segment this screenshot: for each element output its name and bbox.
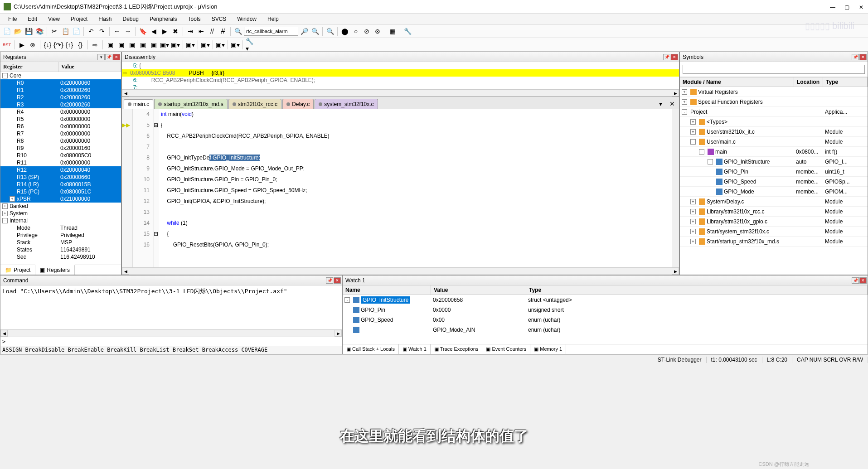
nav-back-icon[interactable]: ←: [112, 26, 122, 36]
nav-fwd-icon[interactable]: →: [123, 26, 133, 36]
menu-project[interactable]: Project: [66, 15, 92, 24]
watch-tab[interactable]: ▣ Event Counters: [482, 344, 530, 354]
register-row[interactable]: +Banked: [0, 203, 121, 210]
memory-window-icon[interactable]: ▣▾: [170, 40, 180, 50]
cut-icon[interactable]: ✂: [49, 26, 59, 36]
register-row[interactable]: ModeThread: [0, 224, 121, 232]
type-col-header[interactable]: Type: [526, 285, 868, 295]
symbol-row[interactable]: GPIO_Modemembe...GPIOM...: [680, 187, 868, 197]
show-next-icon[interactable]: ⇨: [90, 40, 100, 50]
watch-row[interactable]: GPIO_Speed0x00enum (uchar): [343, 315, 868, 325]
window-icon[interactable]: ▦: [388, 26, 398, 36]
editor-tab[interactable]: stm32f10x_rcc.c: [228, 99, 281, 109]
pin-icon[interactable]: 📌: [852, 54, 859, 60]
watch-tree[interactable]: -GPIO_InitStructure0x20000658struct <unt…: [343, 295, 868, 344]
close-icon[interactable]: ✕: [671, 54, 678, 60]
watch-row[interactable]: GPIO_Mode_AINenum (uchar): [343, 325, 868, 335]
close-icon[interactable]: ✕: [859, 277, 867, 284]
menu-view[interactable]: View: [44, 15, 64, 24]
register-row[interactable]: R10x20000260: [0, 87, 121, 94]
symbol-row[interactable]: +Library/stm32f10x_gpio.cModule: [680, 217, 868, 227]
run-to-cursor-icon[interactable]: {}: [75, 40, 85, 50]
symbol-row[interactable]: -User/main.cModule: [680, 137, 868, 147]
register-row[interactable]: R70x00000000: [0, 130, 121, 137]
menu-debug[interactable]: Debug: [118, 15, 143, 24]
bookmark-icon[interactable]: 🔖: [138, 26, 148, 36]
watch-row[interactable]: GPIO_Pin0x0000unsigned short: [343, 305, 868, 315]
close-button[interactable]: ✕: [859, 4, 864, 10]
find-files-icon[interactable]: 🔎: [299, 26, 309, 36]
registers-tab[interactable]: ▣ Registers: [35, 265, 75, 275]
disasm-hscroll[interactable]: ◀▶: [122, 89, 679, 97]
menu-help[interactable]: Help: [263, 15, 283, 24]
location-col-header[interactable]: Location: [794, 77, 823, 87]
register-row[interactable]: R30x20000260: [0, 101, 121, 108]
analysis-window-icon[interactable]: ▣▾: [200, 40, 210, 50]
symbol-row[interactable]: +Virtual Registers: [680, 87, 868, 97]
step-icon[interactable]: {↓}: [43, 40, 53, 50]
minimize-button[interactable]: —: [830, 4, 835, 10]
project-tab[interactable]: 📁 Project: [0, 265, 35, 275]
register-row[interactable]: R15 (PC)0x0800051C: [0, 188, 121, 195]
symbol-row[interactable]: +Start/startup_stm32f10x_md.sModule: [680, 237, 868, 247]
symbol-row[interactable]: +<Types>: [680, 117, 868, 127]
menu-peripherals[interactable]: Peripherals: [145, 15, 182, 24]
cmd-hscroll[interactable]: ◀▶: [0, 329, 342, 337]
symbol-row[interactable]: -GPIO_InitStructureautoGPIO_I...: [680, 157, 868, 167]
tab-close-icon[interactable]: ✕: [667, 99, 677, 109]
symbol-row[interactable]: +Special Function Registers: [680, 97, 868, 107]
register-row[interactable]: -Internal: [0, 217, 121, 224]
value-col-header[interactable]: Value: [431, 285, 526, 295]
watch-tab[interactable]: ▣ Memory 1: [530, 344, 566, 354]
reset-icon[interactable]: RST: [2, 40, 12, 50]
watch-row[interactable]: -GPIO_InitStructure0x20000658struct <unt…: [343, 295, 868, 305]
register-row[interactable]: R20x20000260: [0, 94, 121, 101]
register-col-header[interactable]: Register: [0, 62, 58, 72]
register-row[interactable]: +xPSR0x21000000: [0, 195, 121, 203]
editor-vscroll[interactable]: [672, 109, 679, 267]
close-icon[interactable]: ✕: [859, 54, 867, 60]
bookmark-clear-icon[interactable]: ✖: [170, 26, 180, 36]
symbol-row[interactable]: -main0x0800...int f(): [680, 147, 868, 157]
breakpoint-kill-icon[interactable]: ⊗: [373, 26, 383, 36]
symbols-window-icon[interactable]: ▣: [127, 40, 137, 50]
editor-tab[interactable]: main.c: [124, 99, 153, 109]
register-row[interactable]: R50x00000000: [0, 116, 121, 123]
find-combo[interactable]: rtc_callback_alarm: [244, 27, 298, 36]
symbol-row[interactable]: +Library/stm32f10x_rcc.cModule: [680, 207, 868, 217]
copy-icon[interactable]: 📋: [60, 26, 70, 36]
register-row[interactable]: R120x20000040: [0, 166, 121, 174]
register-row[interactable]: R110x00000000: [0, 159, 121, 166]
register-row[interactable]: Sec116.42498910: [0, 253, 121, 261]
watch-tab[interactable]: ▣ Watch 1: [399, 344, 431, 354]
incremental-find-icon[interactable]: 🔍: [310, 26, 320, 36]
close-icon[interactable]: ✕: [334, 277, 341, 284]
pin-icon[interactable]: 📌: [326, 277, 333, 284]
pin-icon[interactable]: 📌: [852, 277, 859, 284]
symbol-row[interactable]: +System/Delay.cModule: [680, 197, 868, 207]
register-row[interactable]: +System: [0, 210, 121, 217]
symbol-row[interactable]: +Start/system_stm32f10x.cModule: [680, 227, 868, 237]
register-row[interactable]: States1164249891: [0, 246, 121, 253]
command-output[interactable]: Load "C:\\Users\\Admin\\Desktop\\STM32Pr…: [0, 285, 342, 329]
comment-icon[interactable]: //: [207, 26, 217, 36]
system-viewer-icon[interactable]: ▣▾: [230, 40, 240, 50]
symbols-tree[interactable]: +Virtual Registers+Special Function Regi…: [680, 87, 868, 275]
type-col-header[interactable]: Type: [823, 77, 868, 87]
run-icon[interactable]: ▶: [17, 40, 27, 50]
toolbox-icon[interactable]: 🔧▾: [245, 40, 255, 50]
code-editor[interactable]: ▶▶ 45678910111213141516 ⊟⊟ int main(void…: [122, 109, 679, 267]
tab-dropdown-icon[interactable]: ▾: [655, 99, 665, 109]
save-icon[interactable]: 💾: [24, 26, 34, 36]
debug-icon[interactable]: 🔍: [325, 26, 335, 36]
outdent-icon[interactable]: ⇤: [196, 26, 206, 36]
disassembly-window-icon[interactable]: ▣: [116, 40, 126, 50]
editor-tab[interactable]: Delay.c: [282, 99, 314, 109]
register-row[interactable]: R00x20000060: [0, 79, 121, 87]
name-col-header[interactable]: Name: [343, 285, 431, 295]
breakpoint-enable-icon[interactable]: ○: [351, 26, 361, 36]
register-row[interactable]: R80x00000000: [0, 137, 121, 145]
watch-tab[interactable]: ▣ Call Stack + Locals: [343, 344, 399, 354]
value-col-header[interactable]: Value: [58, 62, 121, 72]
watch-window-icon[interactable]: ▣▾: [160, 40, 170, 50]
